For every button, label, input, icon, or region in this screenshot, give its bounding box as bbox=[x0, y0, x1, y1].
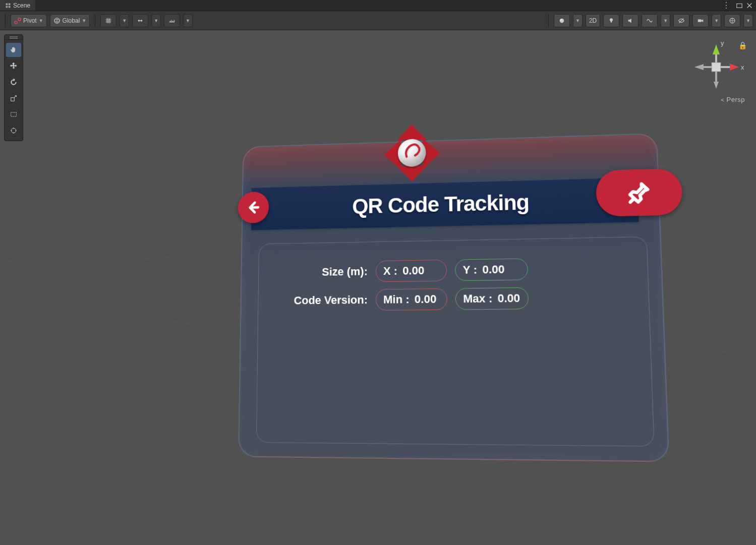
axis-gizmo-icon[interactable] bbox=[691, 39, 747, 100]
version-max-value: 0.00 bbox=[497, 291, 520, 305]
svg-rect-15 bbox=[698, 19, 702, 22]
coordinate-space-label: Global bbox=[63, 17, 80, 24]
version-row: Code Version: Min : 0.00 Max : 0.00 bbox=[278, 282, 627, 315]
camera-icon bbox=[697, 17, 704, 24]
size-y-field[interactable]: Y : 0.00 bbox=[455, 258, 528, 281]
y-axis-label: y bbox=[721, 39, 724, 47]
move-icon bbox=[10, 62, 18, 70]
close-window-icon[interactable] bbox=[746, 2, 753, 9]
scale-tool-button[interactable] bbox=[6, 91, 21, 105]
svg-rect-17 bbox=[11, 98, 15, 101]
arrow-left-icon bbox=[245, 199, 262, 216]
increment-snap-button[interactable] bbox=[132, 14, 148, 27]
projection-toggle[interactable]: < Persp bbox=[721, 96, 745, 103]
size-x-field[interactable]: X : 0.00 bbox=[376, 260, 447, 282]
projection-label: Persp bbox=[727, 96, 745, 103]
orientation-gizmo[interactable]: 🔒 y x < Persp bbox=[691, 39, 747, 115]
gizmos-dropdown[interactable]: ▼ bbox=[743, 14, 753, 27]
hand-tool-button[interactable] bbox=[6, 43, 21, 57]
svg-point-12 bbox=[560, 19, 562, 21]
snap-settings-dropdown[interactable]: ▼ bbox=[183, 14, 193, 27]
version-min-value: 0.00 bbox=[415, 292, 437, 306]
window-tab-bar: Scene ⋮ bbox=[0, 0, 756, 11]
hand-icon bbox=[10, 46, 18, 54]
version-max-field[interactable]: Max : 0.00 bbox=[455, 287, 529, 310]
grid-icon bbox=[105, 17, 112, 24]
increment-snap-dropdown[interactable]: ▼ bbox=[151, 14, 161, 27]
scale-icon bbox=[10, 94, 18, 102]
size-x-value: 0.00 bbox=[402, 264, 424, 278]
chevron-down-icon: ▼ bbox=[186, 18, 190, 23]
sphere-shading-icon bbox=[558, 17, 565, 24]
scene-viewport[interactable]: 🔒 y x < Persp bbox=[0, 30, 756, 545]
draw-mode-button[interactable] bbox=[554, 14, 570, 27]
chevron-down-icon: ▼ bbox=[82, 18, 86, 23]
kebab-menu-icon[interactable]: ⋮ bbox=[722, 1, 731, 10]
pivot-icon bbox=[14, 17, 21, 24]
transform-tool-button[interactable] bbox=[6, 124, 21, 138]
fx-dropdown[interactable]: ▼ bbox=[661, 14, 670, 27]
version-max-label: Max : bbox=[463, 292, 492, 306]
svg-point-5 bbox=[15, 21, 17, 23]
svg-marker-27 bbox=[694, 64, 704, 70]
chevron-down-icon: ▼ bbox=[663, 18, 668, 23]
x-axis-label: x bbox=[741, 64, 744, 71]
svg-rect-20 bbox=[712, 63, 721, 72]
rect-tool-button[interactable] bbox=[6, 107, 21, 122]
svg-rect-2 bbox=[6, 6, 8, 8]
chevron-down-icon: ▼ bbox=[714, 18, 719, 23]
svg-marker-25 bbox=[730, 64, 739, 71]
panel-title: QR Code Tracking bbox=[352, 190, 529, 218]
size-row: Size (m): X : 0.00 Y : 0.00 bbox=[278, 253, 626, 287]
scene-toolbar: Pivot ▼ Global ▼ ▼ ▼ ▼ ▼ 2D ▼ ▼ bbox=[0, 11, 756, 30]
gizmos-button[interactable] bbox=[724, 14, 740, 27]
svg-point-11 bbox=[560, 18, 564, 23]
coordinate-space-dropdown[interactable]: Global ▼ bbox=[50, 14, 90, 27]
rotate-tool-button[interactable] bbox=[6, 75, 21, 89]
move-tool-button[interactable] bbox=[6, 59, 21, 73]
2d-toggle-button[interactable]: 2D bbox=[586, 14, 600, 27]
svg-rect-4 bbox=[737, 4, 742, 8]
size-x-label: X : bbox=[383, 265, 397, 278]
svg-rect-0 bbox=[6, 3, 8, 5]
size-label: Size (m): bbox=[278, 265, 368, 279]
detach-window-icon[interactable] bbox=[736, 2, 743, 9]
version-min-field[interactable]: Min : 0.00 bbox=[376, 288, 447, 311]
rotate-icon bbox=[10, 78, 18, 86]
lightbulb-icon bbox=[608, 17, 615, 24]
scene-tab-label: Scene bbox=[13, 2, 30, 9]
lighting-toggle-button[interactable] bbox=[603, 14, 619, 27]
window-controls: ⋮ bbox=[722, 0, 756, 11]
snap-icon bbox=[137, 17, 144, 24]
svg-marker-21 bbox=[713, 44, 720, 54]
svg-rect-14 bbox=[611, 21, 612, 22]
fx-toggle-button[interactable] bbox=[642, 14, 658, 27]
visibility-button[interactable] bbox=[673, 14, 689, 27]
svg-marker-23 bbox=[714, 82, 719, 89]
grid-snap-dropdown[interactable]: ▼ bbox=[120, 14, 129, 27]
ruler-icon bbox=[168, 17, 176, 24]
version-label: Code Version: bbox=[278, 293, 368, 308]
pin-icon bbox=[627, 181, 651, 204]
panel-content-frame: Size (m): X : 0.00 Y : 0.00 Code Version… bbox=[256, 236, 655, 447]
pivot-mode-dropdown[interactable]: Pivot ▼ bbox=[11, 14, 47, 27]
svg-rect-3 bbox=[9, 6, 11, 8]
logo-swirl-icon bbox=[401, 141, 423, 162]
speaker-icon bbox=[627, 17, 634, 24]
grid-snap-button[interactable] bbox=[100, 14, 117, 27]
draw-mode-dropdown[interactable]: ▼ bbox=[573, 14, 583, 27]
snap-settings-button[interactable] bbox=[164, 14, 180, 27]
2d-toggle-label: 2D bbox=[589, 17, 597, 24]
camera-button[interactable] bbox=[692, 14, 709, 27]
perspective-icon: < bbox=[721, 97, 725, 103]
size-y-value: 0.00 bbox=[482, 263, 505, 276]
chevron-down-icon: ▼ bbox=[575, 18, 580, 23]
palette-drag-handle[interactable] bbox=[5, 35, 23, 40]
pin-button[interactable] bbox=[596, 168, 683, 217]
scene-tab[interactable]: Scene bbox=[0, 0, 35, 11]
qr-tracking-panel[interactable]: QR Code Tracking Size (m): X : 0.00 Y : … bbox=[238, 133, 669, 462]
logo-emblem bbox=[387, 125, 437, 180]
audio-toggle-button[interactable] bbox=[622, 14, 638, 27]
fx-icon bbox=[646, 17, 653, 24]
camera-dropdown[interactable]: ▼ bbox=[712, 14, 721, 27]
